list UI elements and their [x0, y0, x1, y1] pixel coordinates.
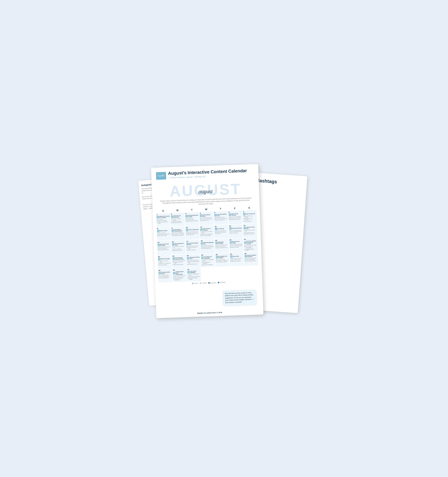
svg-point-94: [188, 272, 189, 272]
cal-day-9: 9. International Coworking Day Show off …: [171, 226, 185, 240]
svg-point-79: [217, 257, 217, 257]
cell-icon-24: [187, 257, 189, 259]
cell-title-26: Ask audience for feedback: [218, 255, 229, 258]
svg-rect-75: [202, 257, 203, 258]
svg-point-58: [216, 242, 217, 243]
cell-items-19: On this day: memory feature Share early …: [215, 244, 228, 248]
cell-icon-instagram: [157, 216, 159, 218]
plann-logo: PLANN: [156, 172, 166, 180]
svg-point-88: [159, 273, 160, 273]
cal-day-19: 19. Throwback Thursday On this day: memo…: [215, 238, 229, 253]
svg-point-32: [187, 229, 188, 230]
svg-rect-6: [172, 216, 173, 217]
svg-rect-39: [230, 227, 231, 229]
cell-title-25: Your daily non-negotiables: [204, 256, 214, 259]
cell-title-4: Share industry news: [203, 214, 213, 217]
svg-point-26: [158, 230, 159, 231]
cell-icon-22: [158, 258, 160, 260]
svg-point-11: [187, 215, 187, 216]
cell-icon-12: [215, 227, 217, 230]
legend-stories-label: ○ STORIES: [201, 282, 207, 284]
cell-icon-29: [158, 272, 161, 274]
cal-day-16: 16. Reel of product in action Invite aud…: [171, 240, 186, 254]
cell-icon-19: [215, 242, 218, 244]
legend-posts-label: ○ POSTS: [194, 283, 198, 284]
cal-day-3: 3. Reel featuring team member Share hiri…: [185, 212, 199, 226]
cell-items-14: You should fake it til above class Share…: [244, 229, 257, 235]
cal-day-27: 27. Dust a Reel Repost Reels to your sto…: [230, 252, 244, 266]
legend-linkedin: in LINKEDIN: [218, 282, 225, 283]
cell-icon-21: [244, 241, 246, 244]
svg-rect-33: [201, 229, 202, 230]
cell-title-20: Recipe you're loving: [232, 241, 243, 244]
svg-point-76: [202, 257, 203, 258]
cell-items-21: Share series of best moments Ask communi…: [244, 244, 257, 251]
day-header-tue: T: [185, 208, 199, 212]
svg-rect-57: [216, 242, 217, 244]
cell-title-27: Dust a Reel: [233, 256, 239, 257]
legend-facebook-label: ▮ FACEBOOK: [210, 282, 216, 283]
cell-title-6: Share recent YouTube: [231, 213, 242, 216]
cell-title-15: Buy one get one free offer: [160, 243, 171, 246]
cell-title-9: International Coworking Day: [174, 229, 185, 232]
cal-day-20: 20. Recipe you're loving Step by step fo…: [229, 238, 243, 252]
cal-day-23: 23. Reel showing morning routine Add aud…: [172, 254, 186, 268]
cell-icon-13: [229, 227, 231, 229]
cell-icon-11: [200, 228, 203, 231]
cell-title-13: Share your journey: [232, 227, 242, 229]
cell-icon-16: [172, 243, 174, 245]
cell-items-2: BTS of you organising workspace Share an…: [171, 218, 184, 223]
day-header-sat: S: [242, 206, 256, 210]
cal-day-14: 14. Should it 'til you love You should f…: [243, 224, 257, 238]
cal-day-1: 1. What you're excited for in August Lis…: [156, 213, 170, 227]
svg-rect-87: [159, 272, 161, 274]
svg-point-70: [173, 258, 174, 259]
svg-point-77: [203, 257, 203, 257]
svg-point-55: [202, 243, 202, 244]
legend-linkedin-label: in LINKEDIN: [220, 282, 225, 283]
svg-point-52: [187, 244, 188, 244]
cell-icon-14: [244, 227, 246, 229]
cell-title-22: Self-Care Sunday: [161, 258, 170, 260]
cal-day-10: 10. Share LinkedIn tips Repost testimoni…: [185, 226, 200, 240]
cal-day-7: 7. 'Tag a friend' post Repost content to…: [242, 210, 257, 224]
svg-point-65: [246, 242, 246, 242]
day-header-fri: F: [228, 206, 242, 210]
svg-rect-60: [230, 242, 232, 243]
svg-rect-81: [231, 256, 232, 257]
cal-day-4: 4. Share industry news Go live about ind…: [199, 211, 214, 225]
svg-point-29: [173, 230, 173, 230]
cell-title-17: Carousel sharing tips: [189, 242, 200, 245]
cal-day-29: 29. Tease upcoming launch Use 'countdown…: [158, 269, 172, 283]
svg-point-82: [231, 256, 232, 257]
cell-items-6: Share caption to make debate Share link …: [229, 216, 242, 220]
cell-icon-8: [157, 230, 159, 232]
cell-title-1: What you're excited for in August: [159, 215, 170, 218]
cal-day-30: 30. Inspiring quote about perseverance W…: [172, 268, 187, 282]
svg-rect-84: [245, 255, 247, 257]
cell-items-4: Go live about industry news Share articl…: [200, 217, 213, 221]
cal-day-26: 26. Ask audience for feedback Use 'quest…: [215, 253, 230, 267]
cell-items-5: Post song to your stories Post fave song…: [214, 216, 228, 221]
svg-point-47: [159, 244, 159, 244]
scene: Autopost You can have the best cannounce…: [149, 159, 299, 318]
svg-rect-93: [188, 271, 189, 273]
svg-rect-54: [201, 243, 203, 244]
cell-icon-3: [186, 215, 188, 217]
svg-rect-90: [173, 272, 175, 274]
svg-point-50: [173, 244, 174, 244]
cal-day-22: 22. Self-Care Sunday Collage of your sel…: [157, 255, 172, 269]
cell-items-27: Repost Reels to your stories Share early…: [230, 257, 243, 262]
svg-rect-21: [244, 213, 245, 215]
cell-title-29: Tease upcoming launch: [161, 271, 172, 274]
cal-day-24: 24. Talk about industry trend Go live ab…: [186, 254, 201, 268]
cell-icon-17: [187, 243, 189, 245]
svg-point-25: [158, 231, 159, 231]
day-header-thu: T: [213, 207, 228, 211]
svg-point-38: [216, 228, 217, 229]
cell-title-30: Inspiring quote about perseverance: [176, 271, 186, 275]
svg-point-40: [230, 228, 231, 229]
cell-icon-26: [216, 256, 218, 258]
footer-url: WWW.PLANNTHAT.COM: [156, 310, 263, 316]
calendar-grid: 1. What you're excited for in August Lis…: [156, 210, 259, 283]
